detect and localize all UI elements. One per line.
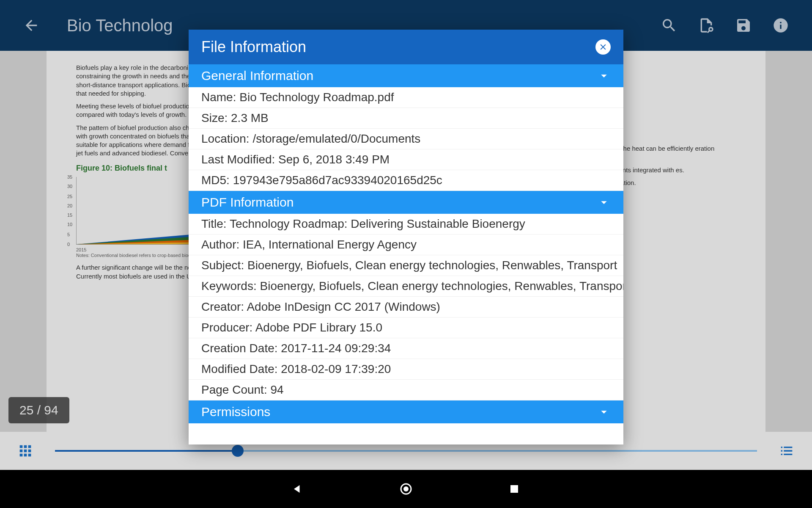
field-location: Location: /storage/emulated/0/Documents <box>189 129 623 149</box>
field-name: Name: Bio Technology Roadmap.pdf <box>189 87 623 108</box>
field-modified-date: Modified Date: 2018-02-09 17:39:20 <box>189 359 623 380</box>
field-creation-date: Creation Date: 2017-11-24 09:29:34 <box>189 338 623 359</box>
field-producer: Producer: Adobe PDF Library 15.0 <box>189 318 623 338</box>
field-keywords: Keywords: Bioenergy, Biofuels, Clean ene… <box>189 276 623 297</box>
field-creator: Creator: Adobe InDesign CC 2017 (Windows… <box>189 297 623 318</box>
svg-rect-6 <box>510 485 518 493</box>
nav-home-icon[interactable] <box>398 481 414 497</box>
close-icon[interactable] <box>595 39 611 55</box>
file-info-dialog: File Information General Information Nam… <box>189 30 623 444</box>
section-permissions[interactable]: Permissions <box>189 400 623 423</box>
field-subject: Subject: Bioenergy, Biofuels, Clean ener… <box>189 255 623 276</box>
field-author: Author: IEA, International Energy Agency <box>189 235 623 255</box>
dialog-title: File Information <box>201 38 306 56</box>
chevron-down-icon <box>597 196 611 209</box>
field-title: Title: Technology Roadmap: Delivering Su… <box>189 214 623 235</box>
section-pdf[interactable]: PDF Information <box>189 191 623 214</box>
section-title: General Information <box>201 69 313 83</box>
chevron-down-icon <box>597 69 611 83</box>
field-md5: MD5: 197943e795a86d7ac93394020165d25c <box>189 170 623 191</box>
nav-back-icon[interactable] <box>290 481 305 497</box>
modal-overlay[interactable]: File Information General Information Nam… <box>0 0 812 470</box>
system-navbar <box>0 470 812 508</box>
field-page-count: Page Count: 94 <box>189 380 623 400</box>
chevron-down-icon <box>597 405 611 419</box>
nav-recent-icon[interactable] <box>507 481 522 497</box>
field-last-modified: Last Modified: Sep 6, 2018 3:49 PM <box>189 149 623 170</box>
field-size: Size: 2.3 MB <box>189 108 623 129</box>
section-title: PDF Information <box>201 195 294 210</box>
svg-point-5 <box>403 486 409 491</box>
section-title: Permissions <box>201 405 270 419</box>
section-general[interactable]: General Information <box>189 64 623 87</box>
dialog-header: File Information <box>189 30 623 64</box>
